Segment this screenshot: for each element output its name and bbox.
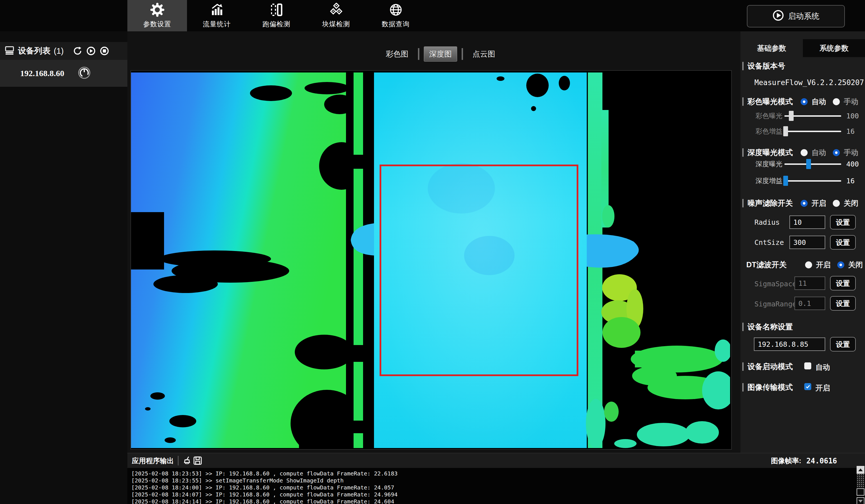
- log-line: [2025-02-08 18:24:07] >> IP: 192.168.8.6…: [131, 491, 397, 498]
- toolbar-item-param-settings[interactable]: 参数设置: [127, 0, 187, 31]
- log-panel: 应用程序输出 图像帧率: 24.0616 [20: [127, 453, 865, 504]
- scroll-down-button[interactable]: [857, 497, 864, 504]
- arrow-up-icon: [858, 468, 863, 471]
- deviation-icon: [269, 3, 284, 18]
- cntsize-input[interactable]: [789, 236, 825, 249]
- device-row[interactable]: 192.168.8.60: [0, 60, 127, 87]
- radius-input[interactable]: [789, 215, 825, 229]
- power-icon[interactable]: [78, 66, 91, 80]
- tab-depth-image[interactable]: 深度图: [424, 46, 457, 61]
- log-line: [2025-02-08 18:24:00] >> IP: 192.168.8.6…: [131, 484, 394, 491]
- play-all-icon[interactable]: [86, 46, 96, 56]
- framerate-indicator: 图像帧率: 24.0616: [771, 456, 837, 465]
- dt-filter-off-radio[interactable]: [837, 261, 844, 268]
- depth-gain-track[interactable]: [784, 180, 841, 181]
- sigmaspace-set-button[interactable]: 设置: [830, 276, 856, 291]
- noise-filter-on-radio[interactable]: [800, 200, 808, 207]
- depth-gain-value: 16: [846, 177, 855, 185]
- section-device-version: 设备版本号: [742, 61, 785, 71]
- color-gain-track[interactable]: [784, 131, 841, 132]
- image-viewer-panel: 彩色图 深度图 点云图: [127, 31, 740, 453]
- scroll-up-button[interactable]: [857, 466, 864, 474]
- depth-exposure-handle[interactable]: [806, 159, 811, 169]
- transfer-mode-checkbox[interactable]: [804, 383, 811, 390]
- depth-image-view[interactable]: [130, 70, 732, 450]
- radius-set-button[interactable]: 设置: [830, 215, 856, 230]
- color-exposure-auto-radio[interactable]: [800, 98, 808, 105]
- depth-exposure-manual-radio[interactable]: [833, 149, 840, 156]
- tab-pointcloud-image[interactable]: 点云图: [468, 47, 500, 61]
- sigmaspace-label: SigmaSpace: [754, 280, 797, 288]
- depth-gain-slider-row: 深度增益 16: [740, 175, 865, 186]
- color-gain-handle[interactable]: [783, 126, 788, 136]
- color-exposure-title: 彩色曝光模式: [747, 96, 793, 107]
- start-system-button[interactable]: 启动系统: [747, 5, 845, 27]
- section-color-exposure: 彩色曝光模式 自动 手动: [742, 96, 863, 107]
- toolbar-item-data-query[interactable]: 数据查询: [366, 0, 426, 31]
- view-mode-tabs: 彩色图 深度图 点云图: [381, 46, 500, 61]
- depth-exposure-track[interactable]: [784, 163, 841, 165]
- noise-filter-off-label: 关闭: [844, 198, 858, 208]
- depth-gain-handle[interactable]: [783, 176, 788, 186]
- log-line: [2025-02-08 18:23:55] >> setImageTransfe…: [131, 477, 344, 484]
- boot-mode-checkbox-label: 自动: [816, 362, 830, 372]
- tab-basic-params[interactable]: 基础参数: [740, 39, 803, 57]
- tab-color-image[interactable]: 彩色图: [381, 47, 414, 61]
- device-list-title: 设备列表: [18, 45, 50, 57]
- toolbar-item-coal-detect[interactable]: 块煤检测: [306, 0, 366, 31]
- color-exposure-manual-label: 手动: [844, 97, 858, 107]
- clear-log-icon[interactable]: [183, 456, 193, 466]
- device-list-icon: [4, 45, 14, 57]
- stop-all-icon[interactable]: [100, 46, 109, 56]
- refresh-icon[interactable]: [72, 46, 83, 56]
- depth-exposure-label: 深度曝光: [756, 160, 782, 168]
- section-accent-bar: [742, 383, 743, 391]
- save-log-icon[interactable]: [193, 456, 203, 466]
- toolbar-item-deviation-detect[interactable]: 跑偏检测: [246, 0, 306, 31]
- scrollbar-thumb[interactable]: [857, 488, 864, 496]
- arrow-down-icon: [858, 500, 863, 503]
- section-transfer-mode: 图像传输模式: [742, 382, 793, 392]
- sigmarange-set-button[interactable]: 设置: [830, 296, 856, 310]
- log-line: [2025-02-08 18:24:14] >> IP: 192.168.8.6…: [131, 498, 394, 504]
- toolbar-item-label: 跑偏检测: [263, 20, 291, 28]
- top-toolbar: 参数设置 流量统计 跑偏检测: [0, 0, 865, 31]
- parameter-panel: 基础参数 系统参数 设备版本号 MeasureFlow_V6.2.2.25020…: [740, 31, 865, 453]
- section-accent-bar: [742, 199, 743, 207]
- toolbar-item-label: 块煤检测: [322, 20, 350, 28]
- color-gain-slider-row: 彩色增益 16: [740, 126, 865, 137]
- color-exposure-slider-row: 彩色曝光 100: [740, 110, 865, 121]
- section-accent-bar: [742, 148, 743, 157]
- section-accent-bar: [742, 362, 743, 371]
- play-circle-icon: [772, 10, 784, 23]
- tab-system-params[interactable]: 系统参数: [803, 39, 865, 57]
- device-sidebar: 设备列表 (1) 192.168.8.60: [0, 31, 127, 504]
- scrollbar-groove[interactable]: [857, 474, 864, 488]
- device-list-header: 设备列表 (1): [0, 42, 127, 60]
- tab-divider: [418, 48, 419, 60]
- coal-icon: [329, 3, 343, 18]
- device-name-set-button[interactable]: 设置: [830, 337, 856, 351]
- depth-exposure-title: 深度曝光模式: [747, 148, 793, 157]
- framerate-value: 24.0616: [806, 457, 837, 465]
- log-header: 应用程序输出 图像帧率: 24.0616: [127, 453, 865, 468]
- section-boot-mode: 设备启动模式: [742, 362, 793, 372]
- noise-filter-off-radio[interactable]: [833, 200, 840, 207]
- dt-filter-on-radio[interactable]: [805, 261, 812, 268]
- depth-gain-label: 深度增益: [756, 176, 782, 185]
- cntsize-set-button[interactable]: 设置: [830, 235, 856, 250]
- noise-filter-on-label: 开启: [811, 198, 826, 208]
- depth-exposure-auto-radio[interactable]: [800, 149, 808, 156]
- section-noise-filter: 噪声滤除开关 开启 关闭: [742, 198, 863, 208]
- depth-colormap-image: [131, 71, 730, 448]
- log-scrollbar[interactable]: [857, 466, 864, 504]
- toolbar-item-flow-stats[interactable]: 流量统计: [187, 0, 246, 31]
- color-exposure-manual-radio[interactable]: [833, 98, 840, 105]
- sigmaspace-input[interactable]: [794, 277, 825, 290]
- boot-mode-checkbox[interactable]: [804, 362, 811, 370]
- device-count: (1): [54, 46, 64, 56]
- device-name-input[interactable]: [754, 338, 825, 351]
- sigmarange-input[interactable]: [794, 297, 825, 310]
- tab-divider: [462, 48, 463, 60]
- color-exposure-handle[interactable]: [789, 111, 794, 121]
